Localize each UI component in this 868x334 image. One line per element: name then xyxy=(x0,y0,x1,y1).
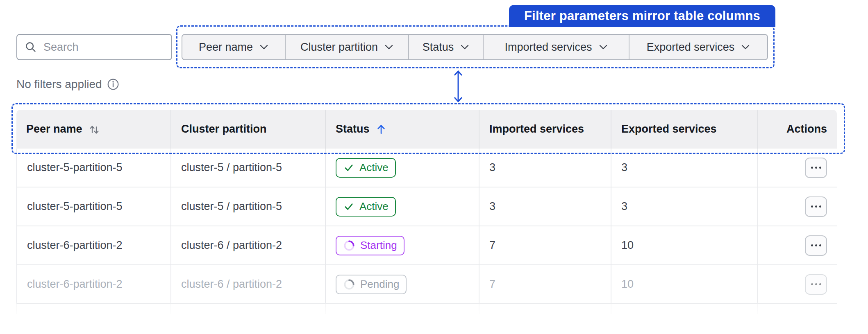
status-badge: Pending xyxy=(336,275,407,294)
spinner-icon xyxy=(343,239,355,252)
cell-cluster-partition: cluster-5 / partition-5 xyxy=(171,187,326,226)
cell-imported-services: 7 xyxy=(479,226,611,264)
status-badge: Active xyxy=(336,197,396,217)
cell-actions xyxy=(758,265,837,303)
filter-dropdown-status[interactable]: Status xyxy=(408,35,483,59)
column-label: Actions xyxy=(786,123,827,135)
cell-peer-name: cluster-6-partition-2 xyxy=(16,265,171,303)
status-label: Pending xyxy=(360,278,399,291)
cell-exported-services: 10 xyxy=(611,265,758,303)
filter-dropdown-imported-services[interactable]: Imported services xyxy=(483,35,629,59)
status-label: Active xyxy=(359,161,389,174)
row-actions-button[interactable] xyxy=(805,196,827,217)
table-row: cluster-5-partition-5 cluster-5 / partit… xyxy=(16,149,837,187)
filter-status-line: No filters applied xyxy=(16,78,119,91)
search-icon xyxy=(25,41,37,53)
filter-status-text: No filters applied xyxy=(16,78,102,91)
table-row: cluster-6-partition-2 cluster-6 / partit… xyxy=(16,265,837,304)
column-label: Peer name xyxy=(26,123,82,135)
peers-table: Peer name Cluster partition Status xyxy=(16,110,837,314)
filter-label: Cluster partition xyxy=(300,41,378,54)
check-icon xyxy=(343,201,354,212)
chevron-down-icon xyxy=(741,44,750,50)
filter-label: Imported services xyxy=(504,41,592,54)
annotation-banner: Filter parameters mirror table columns xyxy=(509,5,775,27)
column-header-imported-services: Imported services xyxy=(479,110,611,149)
column-header-peer-name[interactable]: Peer name xyxy=(16,110,171,149)
cell-cluster-partition: cluster-6 / partition-2 xyxy=(171,265,326,303)
sort-updown-icon xyxy=(89,124,100,135)
chevron-down-icon xyxy=(599,44,608,50)
filter-label: Exported services xyxy=(647,41,735,54)
column-header-exported-services: Exported services xyxy=(611,110,758,149)
filter-dropdown-peer-name[interactable]: Peer name xyxy=(182,35,285,59)
cell-cluster-partition: cluster-5 / partition-5 xyxy=(171,149,326,187)
cell-actions xyxy=(758,187,837,226)
column-label: Cluster partition xyxy=(181,123,267,135)
ellipsis-icon xyxy=(811,244,813,246)
cell-status: Active xyxy=(326,149,479,187)
chevron-down-icon xyxy=(384,44,393,50)
cell-exported-services: 3 xyxy=(611,187,758,226)
table-row: cluster-6-partition-2 cluster-6 / partit… xyxy=(16,226,837,265)
search-input[interactable] xyxy=(43,41,189,54)
filter-dropdown-cluster-partition[interactable]: Cluster partition xyxy=(285,35,408,59)
column-label: Exported services xyxy=(621,123,717,135)
cell-peer-name: cluster-5-partition-5 xyxy=(16,187,171,226)
table-header-row: Peer name Cluster partition Status xyxy=(16,110,837,149)
status-badge: Active xyxy=(336,158,396,178)
column-header-actions: Actions xyxy=(758,110,837,149)
chevron-down-icon xyxy=(259,44,268,50)
table-row: cluster-5-partition-5 cluster-5 / partit… xyxy=(16,187,837,226)
sort-up-icon xyxy=(376,124,386,135)
row-actions-button[interactable] xyxy=(805,235,827,256)
row-actions-button[interactable] xyxy=(805,158,827,178)
filter-bar: Peer name Cluster partition Status Impor… xyxy=(182,34,768,60)
filter-label: Peer name xyxy=(199,41,253,54)
cell-actions xyxy=(758,226,837,264)
cell-peer-name: cluster-6-partition-2 xyxy=(16,226,171,264)
cell-imported-services: 3 xyxy=(479,149,611,187)
double-arrow-icon xyxy=(452,70,465,105)
cell-exported-services: 10 xyxy=(611,226,758,264)
cell-peer-name: cluster-5-partition-5 xyxy=(16,149,171,187)
cell-actions xyxy=(758,149,837,187)
table-body: cluster-5-partition-5 cluster-5 / partit… xyxy=(16,149,837,304)
status-badge: Starting xyxy=(336,236,404,255)
status-label: Active xyxy=(359,200,389,213)
ellipsis-icon xyxy=(811,167,813,169)
cell-imported-services: 7 xyxy=(479,265,611,303)
cell-imported-services: 3 xyxy=(479,187,611,226)
cell-cluster-partition: cluster-6 / partition-2 xyxy=(171,226,326,264)
cell-status: Starting xyxy=(326,226,479,264)
filter-dropdown-exported-services[interactable]: Exported services xyxy=(629,35,767,59)
cell-exported-services: 3 xyxy=(611,149,758,187)
column-label: Imported services xyxy=(489,123,584,135)
status-label: Starting xyxy=(360,239,397,252)
row-actions-button[interactable] xyxy=(805,274,827,295)
check-icon xyxy=(343,162,354,174)
column-header-cluster-partition: Cluster partition xyxy=(171,110,326,149)
info-icon[interactable] xyxy=(107,78,119,90)
spinner-icon xyxy=(343,278,355,291)
chevron-down-icon xyxy=(460,44,469,50)
column-label: Status xyxy=(336,123,370,135)
page-canvas: Filter parameters mirror table columns P… xyxy=(0,0,868,334)
column-header-status[interactable]: Status xyxy=(326,110,479,149)
filter-label: Status xyxy=(423,41,454,54)
search-box xyxy=(16,34,172,60)
cell-status: Pending xyxy=(326,265,479,303)
ellipsis-icon xyxy=(811,205,813,208)
cell-status: Active xyxy=(326,187,479,226)
table-row-partial xyxy=(16,304,837,314)
ellipsis-icon xyxy=(811,283,813,285)
